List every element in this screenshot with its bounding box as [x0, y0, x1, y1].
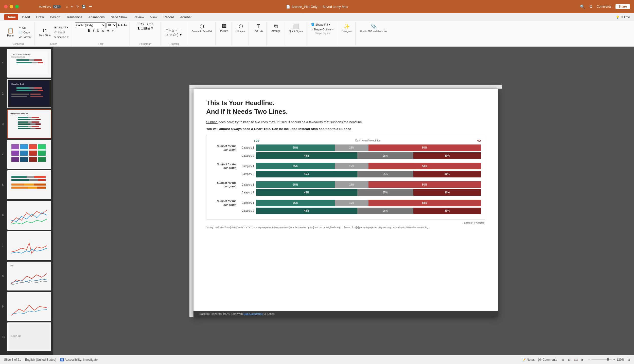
slide-4-thumb[interactable] [7, 140, 51, 169]
font-family-select[interactable]: Calibri (Body) [75, 22, 105, 28]
more-icon[interactable]: ••• [89, 5, 92, 8]
arrange-button[interactable]: ⧉ Arrange [270, 22, 282, 33]
ribbon-group-picture: 🖼 Picture [217, 22, 232, 45]
presenter-view-button[interactable]: ▶ [580, 357, 585, 362]
save-icon[interactable]: 💾 [82, 5, 86, 8]
zoom-slider[interactable] [591, 359, 612, 360]
menu-draw[interactable]: Draw [34, 14, 46, 20]
menu-view[interactable]: View [148, 14, 160, 20]
underline-button[interactable]: U [96, 28, 100, 33]
quick-styles-button[interactable]: ⬜ Quick Styles [287, 22, 305, 34]
maximize-button[interactable] [15, 5, 19, 8]
bar-no-3-2: 30% [413, 189, 481, 196]
tell-me-input[interactable]: 💡 Tell me [616, 15, 630, 19]
text-direction-button[interactable]: ⟲ [151, 26, 153, 30]
search-icon[interactable]: 🔍 [580, 4, 585, 9]
menu-slideshow[interactable]: Slide Show [108, 14, 130, 20]
undo-icon[interactable]: ↩ [71, 5, 73, 8]
comments-button[interactable]: 💬 Comments [538, 358, 557, 361]
justify-button[interactable]: ▤ [147, 26, 150, 30]
format-button[interactable]: 🖌 Format [18, 35, 32, 39]
normal-view-button[interactable]: ⊞ [560, 357, 565, 362]
font-increase-button[interactable]: A [118, 23, 120, 27]
language-indicator: English (United States) [25, 358, 56, 361]
shape-fill-button[interactable]: 🪣 Shape Fill ▾ [310, 22, 335, 27]
create-pdf-button[interactable]: 📎 Create PDF and share link [359, 22, 389, 33]
arrange-shapes-row[interactable]: □ ○ △ → ⌒ [166, 28, 182, 32]
shape-outline-button[interactable]: □ Shape Outline ▾ [310, 27, 335, 31]
picture-button[interactable]: 🖼 Picture [219, 22, 230, 33]
notes-button[interactable]: 📝 Notes [522, 358, 535, 361]
menu-record[interactable]: Record [161, 14, 177, 20]
chart-bar-2-1: 35% 15% 50% [256, 163, 481, 169]
autosave-state: OFF [53, 5, 61, 8]
slide-canvas[interactable]: This Is Your Headline. And If It Needs T… [193, 89, 498, 317]
menu-home[interactable]: Home [4, 14, 18, 20]
reset-button[interactable]: ↺ Reset [53, 30, 70, 34]
menu-insert[interactable]: Insert [19, 14, 33, 20]
align-right-button[interactable]: ◨ [144, 26, 147, 30]
menu-acrobat[interactable]: Acrobat [178, 14, 194, 20]
section-button[interactable]: § Section ▾ [53, 35, 70, 39]
increase-indent-button[interactable]: ⇥ [146, 22, 148, 26]
shape-row2-items[interactable]: ▷ ☆ ⬡ {} ▼ [166, 33, 182, 37]
textbox-button[interactable]: T Text Box [252, 22, 265, 33]
designer-button[interactable]: ✨ Designer [340, 22, 353, 34]
superscript-button[interactable]: x² [111, 29, 115, 32]
subscript-button[interactable]: x₂ [106, 29, 110, 32]
slide-10-thumb[interactable]: Slide 10 [7, 322, 51, 351]
bullet-list-button[interactable]: ☰ [137, 22, 140, 26]
zoom-in-button[interactable]: + [613, 358, 615, 361]
chart-row-3-1: Subject for thebar graph Category 1 35% … [210, 181, 481, 188]
slide-8-thumb[interactable]: Title [7, 262, 51, 290]
menu-design[interactable]: Design [47, 14, 63, 20]
share-network-icon[interactable]: ⚙ [589, 4, 593, 9]
shapes-button[interactable]: ⬠ Shapes [235, 22, 246, 34]
share-button[interactable]: Share [615, 4, 630, 9]
strikethrough-button[interactable]: S̶ [101, 29, 105, 33]
slide-9-thumb[interactable] [7, 292, 51, 321]
svg-text:Headline Dark: Headline Dark [11, 83, 25, 85]
section-icon: § [54, 35, 56, 39]
chart-bar-1-2: 45% 25% 30% [256, 152, 481, 159]
sub-categories-link[interactable]: Sub Categories [243, 312, 263, 315]
reading-view-button[interactable]: 📖 [573, 357, 578, 362]
close-button[interactable] [4, 5, 8, 8]
home-icon[interactable]: ⌂ [66, 5, 68, 8]
paste-button[interactable]: 📋 Paste [4, 27, 17, 38]
menu-animations[interactable]: Animations [86, 14, 107, 20]
redo-icon[interactable]: ↻ [76, 5, 79, 8]
align-left-button[interactable]: ◧ [137, 26, 140, 30]
decrease-indent-button[interactable]: ⇤ [143, 22, 145, 26]
autosave-toggle[interactable]: AutoSave OFF [39, 5, 61, 8]
font-decrease-button[interactable]: A [121, 24, 122, 27]
svg-text:This Is Your Headline.: This Is Your Headline. [10, 113, 29, 115]
line-spacing-button[interactable]: ↕ [152, 22, 153, 26]
new-slide-button[interactable]: 🗋 New Slide [38, 27, 52, 38]
comments-button[interactable]: Comments [597, 5, 611, 8]
cut-button[interactable]: ✂ Cut [18, 25, 32, 30]
numbered-list-button[interactable]: ≡ [140, 22, 142, 26]
menu-transitions[interactable]: Transitions [64, 14, 85, 20]
slide-3-thumb[interactable]: This Is Your Headline. [7, 110, 51, 138]
chart-label-4-2: Category 2 [238, 209, 256, 212]
menu-review[interactable]: Review [131, 14, 147, 20]
slide-7-thumb[interactable] [7, 231, 51, 260]
convert-smartart-button[interactable]: ⬡ Convert to SmartArt [190, 22, 214, 33]
layout-button[interactable]: ⊞ Layout ▾ [53, 25, 70, 30]
columns-button[interactable]: ⊟ [149, 22, 151, 26]
clear-format-button[interactable]: Aa [124, 24, 127, 27]
slide-5-thumb[interactable] [7, 170, 51, 199]
align-center-button[interactable]: ◫ [141, 26, 144, 30]
font-size-select[interactable]: 18 [107, 22, 117, 28]
slide-2-thumb[interactable]: Headline Dark [7, 79, 51, 108]
zoom-out-button[interactable]: − [588, 358, 590, 361]
slide-1-thumb[interactable]: This Is Your Headline. Subhed text here [7, 49, 51, 78]
copy-button[interactable]: 📄 Copy [18, 30, 32, 34]
italic-button[interactable]: I [92, 28, 95, 33]
slide-sorter-button[interactable]: ⊟ [567, 357, 572, 362]
fit-to-window-button[interactable]: ⊡ [627, 358, 630, 361]
slide-6-thumb[interactable] [7, 201, 51, 230]
minimize-button[interactable] [10, 5, 13, 8]
bold-button[interactable]: B [87, 28, 91, 33]
